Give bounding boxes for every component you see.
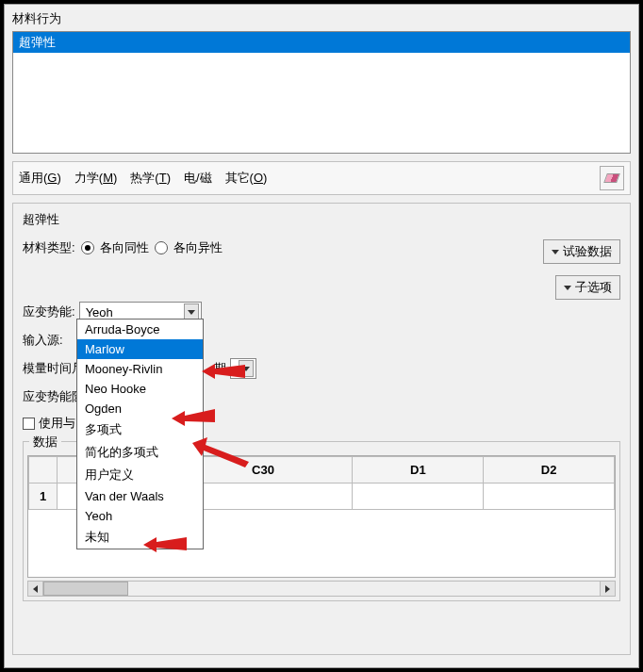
dropdown-item[interactable]: 未知 <box>77 526 203 549</box>
tab-other[interactable]: 其它(O) <box>225 170 268 187</box>
chevron-down-icon <box>552 250 559 254</box>
radio-anisotropic[interactable] <box>155 241 168 254</box>
combo-button[interactable] <box>239 360 254 377</box>
strain-energy-dropdown-list[interactable]: Arruda-BoyceMarlowMooney-RivlinNeo Hooke… <box>76 319 204 549</box>
tab-general-key: G <box>47 171 57 185</box>
eraser-icon <box>603 173 620 183</box>
panel-title: 超弹性 <box>23 211 620 228</box>
row-header-1: 1 <box>29 484 58 510</box>
tab-general[interactable]: 通用(G) <box>19 170 61 187</box>
tab-general-label: 通用 <box>19 171 43 185</box>
tab-other-label: 其它 <box>225 171 250 185</box>
behavior-list[interactable]: 超弹性 <box>12 31 631 154</box>
tab-mechanics[interactable]: 力学(M) <box>74 170 118 187</box>
use-with-label: 使用与 <box>39 415 75 432</box>
chevron-left-icon <box>33 585 38 593</box>
scroll-right-button[interactable] <box>600 582 615 596</box>
module-time-combo[interactable] <box>230 358 256 379</box>
test-data-label: 试验数据 <box>563 243 612 260</box>
radio-anisotropic-label: 各向异性 <box>173 239 223 256</box>
dropdown-item[interactable]: Van der Waals <box>77 486 203 506</box>
suboption-label: 子选项 <box>575 279 612 296</box>
strain-energy-limit-label: 应变势能阶 <box>23 388 84 405</box>
hyperelastic-panel: 超弹性 材料类型: 各向同性 各向异性 试验数据 子选项 应变势能: Yeoh <box>12 203 631 655</box>
strain-energy-value: Yeoh <box>86 305 113 320</box>
behavior-item-hyperelastic[interactable]: 超弹性 <box>13 32 630 53</box>
col-d2: D2 <box>484 457 615 484</box>
suboption-button[interactable]: 子选项 <box>555 275 620 300</box>
tab-thermal[interactable]: 热学(T) <box>130 170 171 187</box>
use-with-checkbox[interactable] <box>23 418 35 430</box>
dropdown-item[interactable]: Arruda-Boyce <box>77 320 203 339</box>
material-editor-window: 材料行为 超弹性 通用(G) 力学(M) 热学(T) 电/磁 其它(O) 超弹性… <box>4 4 639 668</box>
tab-mechanics-label: 力学 <box>74 171 99 185</box>
tab-thermal-label: 热学 <box>130 171 155 185</box>
scroll-track[interactable] <box>43 582 600 596</box>
dropdown-item[interactable]: Mooney-Rivlin <box>77 359 203 379</box>
tab-mechanics-key: M <box>103 171 113 185</box>
col-d1: D1 <box>353 457 484 484</box>
category-tabs: 通用(G) 力学(M) 热学(T) 电/磁 其它(O) <box>12 161 631 195</box>
data-group-label: 数据 <box>29 434 61 451</box>
scroll-left-button[interactable] <box>28 582 43 596</box>
material-type-row: 材料类型: 各向同性 各向异性 试验数据 子选项 <box>23 239 620 256</box>
material-type-label: 材料类型: <box>23 239 75 256</box>
dropdown-item[interactable]: 简化的多项式 <box>77 441 203 464</box>
dropdown-item[interactable]: 多项式 <box>77 418 203 441</box>
horizontal-scrollbar[interactable] <box>27 581 616 597</box>
chevron-down-icon <box>564 286 571 290</box>
radio-isotropic-label: 各向同性 <box>100 239 149 256</box>
input-source-label: 输入源: <box>23 332 63 349</box>
test-data-button[interactable]: 试验数据 <box>543 239 620 264</box>
dropdown-item[interactable]: Yeoh <box>77 506 203 526</box>
dropdown-item[interactable]: Ogden <box>77 399 203 418</box>
behavior-label: 材料行为 <box>5 5 638 31</box>
dropdown-item[interactable]: 用户定义 <box>77 464 203 486</box>
tab-other-key: O <box>254 171 263 185</box>
module-time-partial: 期 <box>214 360 226 377</box>
tab-thermal-key: T <box>159 171 167 185</box>
strain-energy-label: 应变势能: <box>23 303 75 320</box>
dropdown-item[interactable]: Marlow <box>77 339 203 359</box>
delete-button[interactable] <box>600 166 624 190</box>
chevron-down-icon <box>242 367 250 371</box>
tab-electro[interactable]: 电/磁 <box>184 170 212 187</box>
chevron-down-icon <box>188 310 195 315</box>
chevron-right-icon <box>605 585 610 593</box>
table-corner <box>29 457 58 484</box>
module-time-label: 模量时间尺 <box>23 360 84 377</box>
cell[interactable] <box>484 484 615 510</box>
cell[interactable] <box>353 484 484 510</box>
scroll-thumb[interactable] <box>43 582 128 596</box>
radio-isotropic[interactable] <box>81 241 94 254</box>
dropdown-item[interactable]: Neo Hooke <box>77 379 203 399</box>
